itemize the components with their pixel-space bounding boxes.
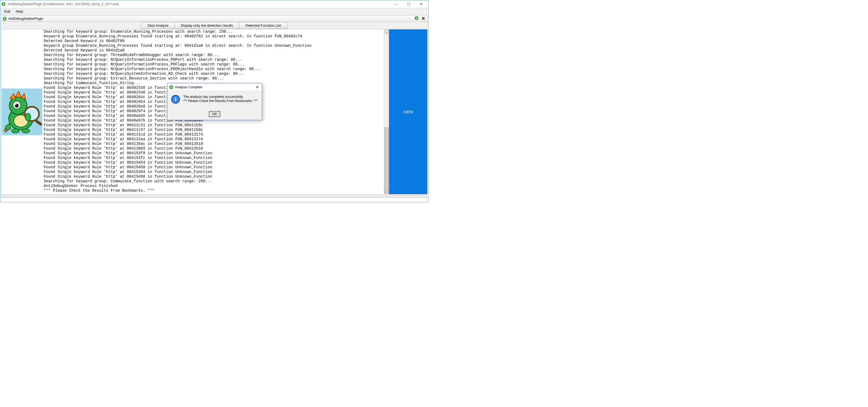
vertical-scrollbar[interactable]: ▴ ▾ xyxy=(384,29,389,194)
menubar: Edit Help xyxy=(0,8,428,15)
svg-point-1 xyxy=(3,3,4,5)
svg-point-19 xyxy=(11,129,19,133)
svg-point-20 xyxy=(22,129,30,133)
info-icon: i xyxy=(171,95,180,104)
close-button[interactable]: ✕ xyxy=(415,0,427,8)
panel-header: AntiDebugSeekerPlugin ✕ xyxy=(1,16,428,22)
dialog-icon xyxy=(169,85,174,89)
dialog-message: The analysis has completed successfully.… xyxy=(183,95,257,103)
panel-options-icon[interactable] xyxy=(414,16,419,21)
minimize-button[interactable]: — xyxy=(390,0,403,8)
svg-point-11 xyxy=(15,104,19,108)
status-bar xyxy=(1,195,428,198)
scroll-up-icon[interactable]: ▴ xyxy=(384,29,389,34)
panel-close-icon[interactable]: ✕ xyxy=(421,16,426,21)
svg-point-18 xyxy=(25,113,31,121)
svg-point-3 xyxy=(4,18,5,20)
svg-point-5 xyxy=(416,17,417,19)
maximize-button[interactable]: ▢ xyxy=(403,0,415,8)
progress-pane: 100% xyxy=(389,29,427,194)
svg-point-12 xyxy=(16,104,17,105)
dialog-title: Analysis Complete xyxy=(175,85,254,89)
scroll-track[interactable] xyxy=(384,34,389,189)
scroll-thumb[interactable] xyxy=(384,127,389,193)
display-results-button[interactable]: Display only the detection results xyxy=(175,22,239,29)
menu-help[interactable]: Help xyxy=(13,9,25,14)
app-icon xyxy=(1,2,6,6)
ok-button[interactable]: OK xyxy=(209,111,220,117)
dialog-titlebar[interactable]: Analysis Complete ✕ xyxy=(167,83,262,91)
mascot-image xyxy=(1,29,42,194)
detected-function-list-button[interactable]: Detected Function List xyxy=(239,22,287,29)
window-title: AntiDebugSeekerPlugin [CodeBrowser: test… xyxy=(7,2,390,6)
panel-title: AntiDebugSeekerPlugin xyxy=(8,17,414,21)
menu-edit[interactable]: Edit xyxy=(2,9,12,14)
plugin-icon xyxy=(2,17,7,21)
toolbar: Start Analyze Display only the detection… xyxy=(1,22,428,29)
progress-label: 100% xyxy=(403,110,413,114)
dialog-close-icon[interactable]: ✕ xyxy=(254,85,260,90)
dialog-message-line1: The analysis has completed successfully. xyxy=(183,95,257,99)
svg-point-23 xyxy=(170,86,172,88)
window-titlebar: AntiDebugSeekerPlugin [CodeBrowser: test… xyxy=(0,0,428,8)
start-analyze-button[interactable]: Start Analyze xyxy=(141,22,175,29)
analysis-complete-dialog: Analysis Complete ✕ i The analysis has c… xyxy=(167,83,262,120)
dialog-message-line2: *** Please Check the Results From Bookma… xyxy=(183,99,257,103)
